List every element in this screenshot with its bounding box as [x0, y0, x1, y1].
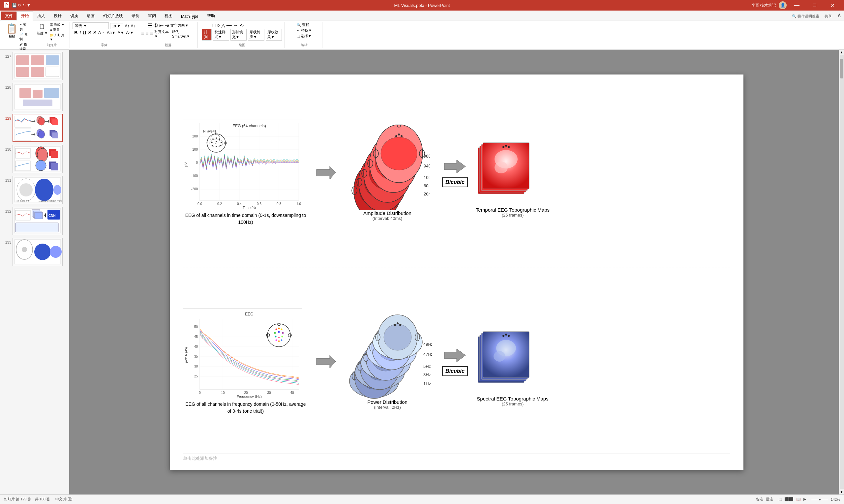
new-slide-label: 新建 ▼	[37, 31, 48, 36]
font-selectors: 等线 ▼ 18 ▼ A↑ A↓	[73, 22, 135, 29]
tab-transition[interactable]: 切换	[66, 12, 83, 20]
view-slideshow[interactable]: ▶	[804, 497, 806, 501]
font-family-selector[interactable]: 等线 ▼	[73, 22, 109, 29]
align-right-btn[interactable]: ≡	[150, 31, 153, 37]
indent-decrease-btn[interactable]: ⇤	[159, 22, 163, 29]
view-reading[interactable]: 📖	[796, 497, 801, 501]
tab-insert[interactable]: 插入	[33, 12, 50, 20]
tab-view[interactable]: 视图	[160, 12, 177, 20]
tab-home[interactable]: 开始	[17, 12, 33, 20]
clipboard-btns: 📋 粘贴 ✂ 剪切 📄 复制 🖌 格式刷	[5, 22, 29, 51]
align-left-btn[interactable]: ≡	[141, 31, 144, 37]
reset-btn[interactable]: ↺ 重置	[50, 28, 67, 32]
svg-rect-23	[15, 129, 31, 140]
underline-btn[interactable]: U	[83, 30, 86, 35]
font-size-selector[interactable]: 18 ▼	[110, 23, 123, 29]
right-scrollbar[interactable]: ▲ ▼	[839, 50, 844, 494]
new-slide-icon: 🗋	[39, 22, 46, 31]
text-direction-btn[interactable]: 文字方向▼	[170, 23, 188, 28]
shape-rect[interactable]: □	[212, 22, 216, 29]
arrange-btn[interactable]: 排列	[202, 29, 212, 40]
share-button[interactable]: 共享	[822, 13, 834, 20]
shape-effect-btn[interactable]: 形状效果▼	[266, 29, 282, 40]
align-center-btn[interactable]: ≡	[145, 31, 148, 37]
svg-text:40: 40	[290, 391, 294, 395]
eeg-time-svg: 200 100 0 -100 -200 0.0 0.2 0.4 0.6 0.8	[183, 120, 302, 209]
shapes-palette: □ ○ △ — → ∿	[212, 22, 272, 29]
view-normal[interactable]: ⬚	[778, 497, 782, 501]
scroll-thumb[interactable]	[840, 59, 843, 78]
italic-btn[interactable]: I	[79, 30, 81, 35]
bullets-btn[interactable]: ☰	[147, 22, 152, 29]
shape-arrow[interactable]: →	[233, 22, 238, 29]
numbering-btn[interactable]: ①	[153, 22, 158, 29]
topo-power-svg: 49Hz 47Hz 5Hz 3Hz 1Hz	[343, 313, 432, 399]
select-btn[interactable]: ⬚ 选择▼	[297, 34, 312, 39]
smartart-btn[interactable]: 转为SmartArt▼	[172, 29, 195, 38]
ribbon-collapse[interactable]: ∧	[834, 10, 844, 20]
new-slide-btn[interactable]: 🗋 新建 ▼	[36, 22, 49, 36]
slide-132[interactable]: 132 CNN	[1, 206, 68, 236]
text-shadow-btn[interactable]: S	[93, 30, 96, 35]
align-text-btn[interactable]: 对齐文本▼	[154, 29, 171, 38]
drawing-label: 绘图	[239, 42, 245, 48]
notes-area[interactable]: 单击此处添加备注	[183, 454, 730, 464]
tab-design[interactable]: 设计	[50, 12, 66, 20]
shape-outline-btn[interactable]: 形状轮廓▼	[248, 29, 264, 40]
tab-mathtype[interactable]: MathType	[177, 13, 203, 20]
char-spacing-btn[interactable]: A↔	[98, 30, 105, 35]
bold-btn[interactable]: B	[74, 30, 77, 35]
slide-133[interactable]: 133	[1, 237, 68, 267]
case-btn[interactable]: Aa▼	[107, 30, 116, 35]
scroll-up[interactable]: ▲	[839, 50, 844, 55]
indent-increase-btn[interactable]: ⇥	[165, 22, 169, 29]
slide-128[interactable]: 128	[1, 82, 68, 112]
shape-circle[interactable]: ○	[217, 22, 220, 29]
minimize-button[interactable]: —	[789, 0, 805, 11]
cut-btn[interactable]: ✂ 剪切	[19, 22, 29, 32]
notes-btn[interactable]: 备注	[756, 497, 763, 502]
slide-130[interactable]: 130	[1, 144, 68, 174]
tab-record[interactable]: 录制	[127, 12, 144, 20]
font-size-down[interactable]: A↓	[131, 24, 136, 28]
top-arrow	[308, 164, 338, 181]
highlight-btn[interactable]: A·▼	[126, 30, 134, 35]
shape-line[interactable]: —	[227, 22, 232, 29]
copy-btn[interactable]: 📄 复制	[19, 32, 29, 41]
user-avatar[interactable]: 👤	[779, 1, 787, 9]
font-color-btn[interactable]: A▼	[118, 30, 124, 35]
tab-file[interactable]: 文件	[1, 12, 17, 20]
maximize-button[interactable]: □	[807, 0, 822, 11]
tab-help[interactable]: 帮助	[203, 12, 219, 20]
replace-btn[interactable]: ↔ 替换▼	[297, 28, 312, 33]
topo-amplitude-svg: 980ms 940ms 100ms 60ms 20ms	[344, 125, 430, 210]
shape-fill-btn[interactable]: 形状填充▼	[231, 29, 247, 40]
svg-text:0: 0	[196, 161, 198, 164]
layout-btn[interactable]: ▦ 版式 ▼	[50, 22, 67, 27]
svg-text:0.2: 0.2	[217, 202, 222, 206]
close-button[interactable]: ✕	[825, 0, 840, 11]
svg-text:0: 0	[199, 391, 201, 395]
tab-review[interactable]: 审阅	[144, 12, 160, 20]
zoom-slider[interactable]: ——●——	[811, 498, 828, 501]
strikethrough-btn[interactable]: S	[88, 30, 91, 35]
shape-wave[interactable]: ∿	[240, 22, 244, 29]
slide-127[interactable]: 127	[1, 51, 68, 81]
paste-btn[interactable]: 📋 粘贴	[5, 22, 18, 39]
svg-point-101	[220, 142, 222, 143]
tab-slideshow[interactable]: 幻灯片放映	[99, 12, 127, 20]
shape-triangle[interactable]: △	[221, 22, 225, 29]
find-btn[interactable]: 🔍 查找	[297, 22, 312, 28]
font-size-up[interactable]: A↑	[125, 24, 129, 28]
scroll-down[interactable]: ▼	[839, 489, 844, 494]
tab-animation[interactable]: 动画	[83, 12, 99, 20]
view-sorter[interactable]: ⬛⬛	[784, 497, 793, 501]
quick-styles-btn[interactable]: 快速样式▼	[213, 29, 229, 40]
slide-129[interactable]: 129	[1, 113, 68, 143]
section-btn[interactable]: 📁 幻灯片 ▼	[50, 33, 67, 41]
svg-marker-205	[317, 355, 336, 368]
title-bar-right: 李哥 技术笔记 👤 — □ ✕	[751, 0, 840, 11]
comments-btn[interactable]: 批注	[766, 497, 773, 502]
search-box[interactable]: 🔍 操作说明搜索	[789, 13, 822, 20]
slide-131[interactable]: 131 三维传感器位置 Head-Hat拓扑图 非均匀拓扑图	[1, 175, 68, 205]
